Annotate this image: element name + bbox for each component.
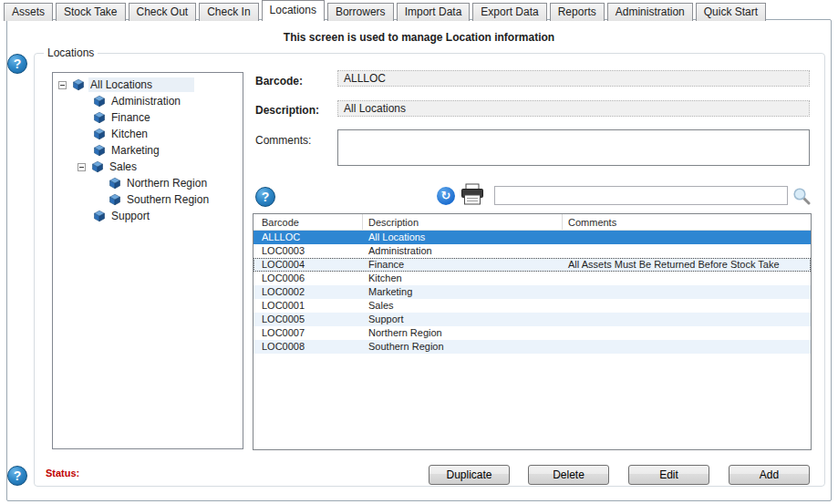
tree-collapse-icon[interactable] — [58, 81, 67, 89]
delete-button[interactable]: Delete — [528, 465, 609, 485]
help-icon[interactable]: ? — [7, 54, 27, 74]
cell-barcode: LOC0007 — [253, 326, 363, 340]
edit-button[interactable]: Edit — [628, 465, 709, 485]
location-cube-icon — [93, 111, 106, 124]
barcode-label: Barcode: — [255, 75, 303, 87]
help-icon[interactable]: ? — [7, 466, 27, 486]
tab-locations[interactable]: Locations — [262, 0, 325, 21]
cell-barcode: LOC0002 — [253, 285, 363, 299]
tree-item-southern-region[interactable]: Southern Region — [53, 191, 243, 208]
location-cube-icon — [93, 144, 106, 157]
add-button[interactable]: Add — [729, 465, 810, 485]
tree-item-kitchen[interactable]: Kitchen — [53, 126, 243, 142]
location-cube-icon — [93, 210, 106, 222]
tree-item-label: Finance — [109, 110, 152, 125]
description-field: All Locations — [337, 100, 810, 117]
screen-instruction: This screen is used to manage Location i… — [7, 31, 831, 44]
location-cube-icon — [91, 160, 104, 173]
cell-comments — [563, 326, 811, 340]
cell-description: Administration — [363, 244, 563, 258]
tree-item-label: All Locations — [88, 77, 194, 92]
tab-borrowers[interactable]: Borrowers — [327, 3, 394, 21]
cell-description: Kitchen — [363, 272, 563, 285]
search-input[interactable] — [494, 186, 788, 205]
tree-item-administration[interactable]: Administration — [53, 93, 243, 109]
table-row-loc0005[interactable]: LOC0005Support — [253, 313, 811, 326]
tree-item-label: Marketing — [109, 143, 161, 158]
cell-comments — [563, 299, 811, 313]
cell-comments — [563, 313, 811, 326]
tree-item-support[interactable]: Support — [53, 208, 243, 224]
content-panel: This screen is used to manage Location i… — [6, 19, 832, 501]
table-row-loc0001[interactable]: LOC0001Sales — [253, 299, 811, 313]
tab-administration[interactable]: Administration — [607, 3, 693, 21]
cell-comments: All Assets Must Be Returned Before Stock… — [563, 258, 811, 272]
tree-item-finance[interactable]: Finance — [53, 109, 243, 126]
cell-comments — [563, 231, 811, 244]
tab-stock-take[interactable]: Stock Take — [56, 3, 125, 21]
column-header-description[interactable]: Description — [363, 214, 563, 230]
duplicate-button[interactable]: Duplicate — [429, 465, 510, 485]
comments-label: Comments: — [255, 134, 311, 147]
cell-description: Sales — [363, 299, 563, 313]
tree-item-label: Administration — [109, 94, 182, 108]
tree-item-label: Sales — [108, 159, 139, 174]
cell-barcode: LOC0005 — [253, 313, 363, 326]
tree-collapse-icon[interactable] — [78, 163, 86, 171]
cell-comments — [563, 272, 811, 285]
location-cube-icon — [93, 128, 106, 140]
tab-quick-start[interactable]: Quick Start — [696, 3, 766, 21]
description-label: Description: — [255, 104, 319, 117]
location-cube-icon — [72, 78, 85, 91]
location-cube-icon — [109, 193, 121, 206]
location-cube-icon — [93, 95, 106, 108]
printer-icon[interactable] — [460, 183, 485, 207]
tab-export-data[interactable]: Export Data — [472, 3, 546, 21]
table-row-loc0003[interactable]: LOC0003Administration — [253, 244, 811, 258]
cell-comments — [563, 340, 811, 354]
cell-description: Support — [363, 313, 563, 326]
column-header-comments[interactable]: Comments — [563, 214, 811, 230]
tab-assets[interactable]: Assets — [4, 3, 53, 21]
table-row-loc0006[interactable]: LOC0006Kitchen — [253, 272, 811, 285]
locations-tree: All LocationsAdministrationFinanceKitche… — [52, 72, 243, 449]
cell-barcode: LOC0001 — [253, 299, 363, 313]
cell-description: Southern Region — [363, 340, 563, 354]
table-body: ALLLOCAll LocationsLOC0003Administration… — [253, 231, 811, 354]
table-row-loc0004[interactable]: LOC0004FinanceAll Assets Must Be Returne… — [253, 258, 811, 272]
status-label: Status: — [46, 468, 79, 478]
table-row-allloc[interactable]: ALLLOCAll Locations — [253, 231, 811, 244]
tab-check-in[interactable]: Check In — [199, 3, 258, 21]
cell-barcode: ALLLOC — [253, 231, 363, 244]
tree-item-sales[interactable]: Sales — [53, 159, 243, 175]
refresh-icon[interactable]: ↻ — [437, 187, 455, 205]
location-cube-icon — [109, 177, 121, 190]
column-header-barcode[interactable]: Barcode — [253, 214, 363, 230]
tree-item-label: Kitchen — [109, 127, 150, 141]
cell-barcode: LOC0004 — [253, 258, 363, 272]
tab-import-data[interactable]: Import Data — [397, 3, 471, 21]
cell-comments — [563, 285, 811, 299]
cell-description: All Locations — [363, 231, 563, 244]
tree-item-all-locations[interactable]: All Locations — [53, 77, 243, 93]
cell-barcode: LOC0006 — [253, 272, 363, 285]
locations-table: BarcodeDescriptionComments ALLLOCAll Loc… — [253, 213, 812, 450]
table-row-loc0007[interactable]: LOC0007Northern Region — [253, 326, 811, 340]
cell-description: Marketing — [363, 285, 563, 299]
cell-comments — [563, 244, 811, 258]
table-row-loc0002[interactable]: LOC0002Marketing — [253, 285, 811, 299]
tree-item-northern-region[interactable]: Northern Region — [53, 175, 243, 191]
cell-description: Finance — [363, 258, 563, 272]
application-window: AssetsStock TakeCheck OutCheck InLocatio… — [0, 0, 838, 504]
tab-check-out[interactable]: Check Out — [129, 3, 197, 21]
tree-item-label: Northern Region — [125, 176, 209, 190]
tab-reports[interactable]: Reports — [550, 3, 605, 21]
search-magnifier-icon[interactable] — [792, 187, 811, 205]
tree-item-marketing[interactable]: Marketing — [53, 142, 243, 159]
tab-bar: AssetsStock TakeCheck OutCheck InLocatio… — [4, 0, 769, 21]
tree-item-label: Support — [109, 209, 151, 223]
comments-field[interactable] — [337, 129, 810, 166]
table-row-loc0008[interactable]: LOC0008Southern Region — [253, 340, 811, 354]
help-icon[interactable]: ? — [255, 187, 275, 207]
cell-barcode: LOC0003 — [253, 244, 363, 258]
